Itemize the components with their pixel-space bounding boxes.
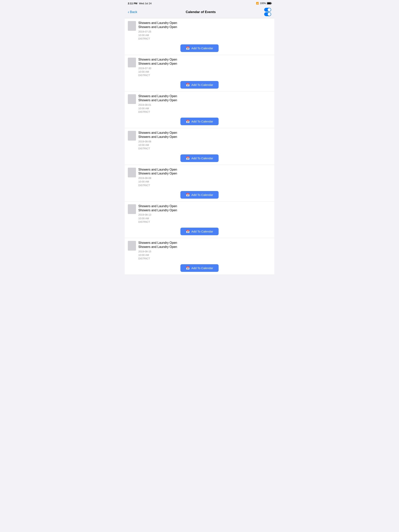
calendar-icon: 📅 [186, 266, 190, 270]
add-to-calendar-button[interactable]: 📅 Add To Calendar [180, 228, 219, 235]
event-details: Showers and Laundry Open Showers and Lau… [125, 238, 274, 262]
event-time: 10:00 AM [138, 143, 271, 147]
event-details: Showers and Laundry Open Showers and Lau… [125, 165, 274, 189]
event-list: Showers and Laundry Open Showers and Lau… [125, 18, 274, 275]
event-time: 10:00 AM [138, 253, 271, 257]
event-item: Showers and Laundry Open Showers and Lau… [125, 18, 274, 55]
add-calendar-label: Add To Calendar [191, 157, 213, 160]
add-calendar-row: 📅 Add To Calendar [125, 226, 274, 238]
event-title-line1: Showers and Laundry Open [138, 58, 271, 62]
event-title-line2: Showers and Laundry Open [138, 98, 271, 102]
event-thumbnail [128, 94, 136, 104]
event-thumbnail [128, 204, 136, 214]
event-title-line1: Showers and Laundry Open [138, 168, 271, 172]
event-title-line2: Showers and Laundry Open [138, 208, 271, 212]
event-title-line1: Showers and Laundry Open [138, 94, 271, 98]
event-info: Showers and Laundry Open Showers and Lau… [138, 241, 271, 260]
add-calendar-row: 📅 Add To Calendar [125, 43, 274, 55]
event-details: Showers and Laundry Open Showers and Lau… [125, 202, 274, 226]
add-to-calendar-button[interactable]: 📅 Add To Calendar [180, 81, 219, 89]
event-item: Showers and Laundry Open Showers and Lau… [125, 128, 274, 165]
event-location: DISTRICT [138, 110, 271, 114]
event-title-line2: Showers and Laundry Open [138, 135, 271, 139]
event-time: 10:00 AM [138, 217, 271, 220]
add-calendar-label: Add To Calendar [191, 83, 213, 86]
event-title-line2: Showers and Laundry Open [138, 62, 271, 66]
event-thumbnail [128, 168, 136, 177]
wifi-icon: 📶 [256, 2, 259, 5]
add-to-calendar-button[interactable]: 📅 Add To Calendar [180, 264, 219, 272]
add-to-calendar-button[interactable]: 📅 Add To Calendar [180, 154, 219, 162]
event-info: Showers and Laundry Open Showers and Lau… [138, 58, 271, 77]
event-date: 2019-08-13 [138, 213, 271, 216]
back-label: Back [130, 10, 137, 14]
add-calendar-row: 📅 Add To Calendar [125, 189, 274, 201]
add-calendar-row: 📅 Add To Calendar [125, 262, 274, 275]
calendar-icon: 📅 [186, 156, 190, 160]
event-thumbnail [128, 131, 136, 141]
back-button[interactable]: ‹ Back [128, 10, 137, 14]
event-location: DISTRICT [138, 37, 271, 40]
event-time: 10:00 AM [138, 70, 271, 74]
status-time: 2:11 PM [128, 2, 137, 5]
add-to-calendar-button[interactable]: 📅 Add To Calendar [180, 191, 219, 199]
event-title-line1: Showers and Laundry Open [138, 241, 271, 245]
event-details: Showers and Laundry Open Showers and Lau… [125, 18, 274, 43]
event-date: 2019-08-01 [138, 103, 271, 107]
nav-bar: ‹ Back Calendar of Events [125, 6, 274, 18]
event-location: DISTRICT [138, 147, 271, 150]
nav-right-toggles [264, 8, 271, 16]
calendar-icon: 📅 [186, 46, 190, 50]
event-info: Showers and Laundry Open Showers and Lau… [138, 168, 271, 187]
status-bar: 2:11 PM Wed Jul 24 📶 100% [125, 0, 274, 6]
calendar-icon: 📅 [186, 193, 190, 197]
status-right: 📶 100% [256, 2, 271, 5]
battery-percent: 100% [260, 2, 266, 5]
event-title-line2: Showers and Laundry Open [138, 245, 271, 249]
event-location: DISTRICT [138, 257, 271, 260]
event-info: Showers and Laundry Open Showers and Lau… [138, 131, 271, 150]
event-info: Showers and Laundry Open Showers and Lau… [138, 204, 271, 224]
event-item: Showers and Laundry Open Showers and Lau… [125, 92, 274, 128]
event-title-line1: Showers and Laundry Open [138, 21, 271, 25]
add-calendar-label: Add To Calendar [191, 193, 213, 196]
event-info: Showers and Laundry Open Showers and Lau… [138, 94, 271, 114]
event-details: Showers and Laundry Open Showers and Lau… [125, 128, 274, 152]
event-date: 2019-08-15 [138, 250, 271, 253]
add-calendar-label: Add To Calendar [191, 230, 213, 233]
add-to-calendar-button[interactable]: 📅 Add To Calendar [180, 118, 219, 125]
event-info: Showers and Laundry Open Showers and Lau… [138, 21, 271, 40]
event-time: 10:00 AM [138, 180, 271, 184]
event-time: 10:00 AM [138, 33, 271, 37]
toggle-switch-2[interactable] [264, 12, 271, 16]
status-date: Wed Jul 24 [139, 2, 152, 5]
event-location: DISTRICT [138, 220, 271, 224]
event-thumbnail [128, 241, 136, 251]
event-item: Showers and Laundry Open Showers and Lau… [125, 55, 274, 92]
event-item: Showers and Laundry Open Showers and Lau… [125, 202, 274, 238]
chevron-left-icon: ‹ [128, 10, 129, 14]
event-title-line1: Showers and Laundry Open [138, 131, 271, 135]
event-time: 10:00 AM [138, 107, 271, 110]
event-date: 2019-08-08 [138, 177, 271, 180]
event-details: Showers and Laundry Open Showers and Lau… [125, 92, 274, 116]
calendar-icon: 📅 [186, 120, 190, 123]
event-location: DISTRICT [138, 74, 271, 77]
event-thumbnail [128, 58, 136, 67]
add-calendar-label: Add To Calendar [191, 120, 213, 123]
event-date: 2019-07-30 [138, 67, 271, 70]
event-title-line2: Showers and Laundry Open [138, 171, 271, 176]
battery-icon [267, 2, 271, 5]
add-calendar-row: 📅 Add To Calendar [125, 152, 274, 165]
page-title: Calendar of Events [137, 10, 264, 14]
battery-fill [267, 3, 271, 4]
calendar-icon: 📅 [186, 83, 190, 87]
add-calendar-row: 📅 Add To Calendar [125, 116, 274, 128]
event-title-line1: Showers and Laundry Open [138, 204, 271, 208]
event-details: Showers and Laundry Open Showers and Lau… [125, 55, 274, 79]
add-to-calendar-button[interactable]: 📅 Add To Calendar [180, 44, 219, 52]
calendar-icon: 📅 [186, 230, 190, 233]
event-item: Showers and Laundry Open Showers and Lau… [125, 238, 274, 275]
toggle-switch-1[interactable] [264, 8, 271, 12]
add-calendar-row: 📅 Add To Calendar [125, 79, 274, 91]
